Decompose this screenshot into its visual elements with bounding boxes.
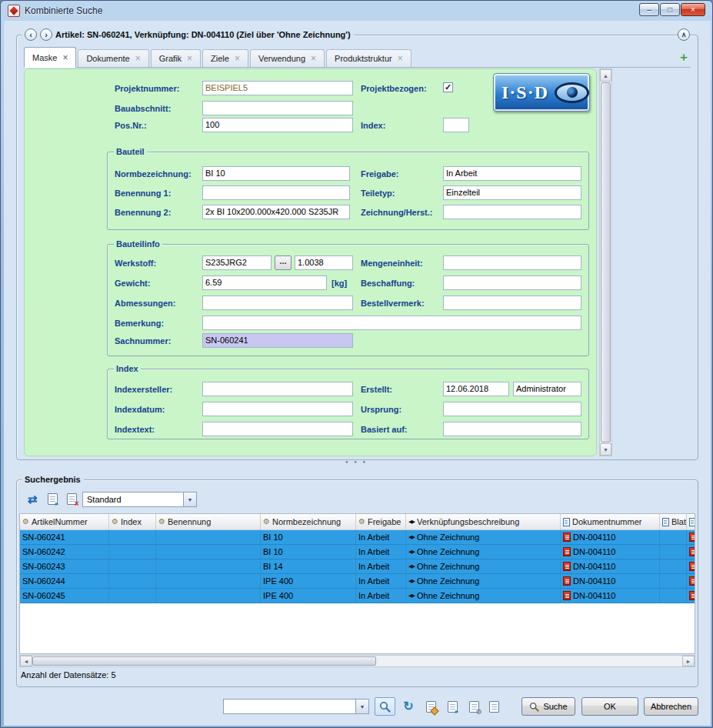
save-result-config-button[interactable]	[44, 490, 61, 507]
cell-blatt[interactable]	[660, 530, 687, 544]
column-header-dokumentnummer[interactable]: Dokumentnummer	[561, 514, 660, 529]
cell-normbezeichnung[interactable]: IPE 400	[261, 574, 356, 588]
indexdatum-field[interactable]	[202, 402, 353, 416]
cell-verknuepfung[interactable]: ◀▶Ohne Zeichnung	[406, 589, 561, 603]
column-header-blatt[interactable]: Blatt	[660, 514, 687, 529]
edit-mask-button[interactable]	[421, 698, 440, 715]
cell-verknuepfung[interactable]: ◀▶Ohne Zeichnung	[406, 530, 561, 544]
load-mask-button[interactable]	[443, 698, 461, 715]
cell-index[interactable]	[109, 574, 156, 588]
delete-result-config-button[interactable]	[63, 490, 80, 507]
cell-normbezeichnung[interactable]: IPE 400	[261, 589, 356, 603]
tab-close-icon[interactable]: ×	[311, 54, 316, 63]
cell-verknuepfung[interactable]: ◀▶Ohne Zeichnung	[406, 559, 561, 573]
cell-artikelnummer[interactable]: SN-060243	[20, 559, 109, 573]
combo-dropdown-icon[interactable]: ▼	[184, 492, 197, 507]
scroll-left-button[interactable]: ◄	[20, 656, 32, 666]
close-button[interactable]: ×	[681, 3, 705, 16]
tab-dokumente[interactable]: Dokumente ×	[78, 49, 148, 67]
minimize-button[interactable]: –	[639, 3, 659, 16]
cell-blatt[interactable]	[660, 589, 687, 603]
cell-artikelnummer[interactable]: SN-060244	[20, 574, 109, 588]
cell-partial[interactable]	[687, 530, 695, 544]
cell-partial[interactable]	[687, 545, 695, 559]
nav-next-button[interactable]: ›	[40, 28, 52, 41]
mask-settings-button[interactable]	[465, 698, 483, 715]
cell-benennung[interactable]	[156, 574, 261, 588]
refresh-button[interactable]: ↻	[399, 698, 418, 715]
cell-freigabe[interactable]: In Arbeit	[356, 589, 406, 603]
abbrechen-button[interactable]: Abbrechen	[644, 697, 698, 716]
mengeneinheit-field[interactable]	[443, 255, 581, 270]
tab-verwendung[interactable]: Verwendung ×	[250, 49, 325, 67]
beschaffung-field[interactable]	[443, 276, 581, 290]
table-row[interactable]: SN-060244 IPE 400 In Arbeit ◀▶Ohne Zeich…	[20, 574, 695, 589]
cell-artikelnummer[interactable]: SN-060245	[20, 589, 109, 603]
hscrollbar-thumb[interactable]	[32, 656, 376, 666]
normbezeichnung-field[interactable]: BI 10	[202, 166, 350, 181]
tab-produktstruktur[interactable]: Produktstruktur ×	[326, 49, 411, 67]
tab-close-icon[interactable]: ×	[187, 54, 192, 63]
bauabschnitt-field[interactable]	[202, 101, 353, 115]
cell-dokumentnummer[interactable]: DN-004110	[561, 545, 660, 559]
maximize-button[interactable]: □	[660, 3, 680, 16]
tab-ziele[interactable]: Ziele ×	[202, 49, 248, 67]
cell-dokumentnummer[interactable]: DN-004110	[561, 559, 660, 573]
erstellt-datum-field[interactable]: 12.06.2018	[443, 382, 509, 396]
tab-close-icon[interactable]: ×	[235, 54, 240, 63]
cell-benennung[interactable]	[156, 559, 261, 573]
table-row[interactable]: SN-060241 BI 10 In Arbeit ◀▶Ohne Zeichnu…	[20, 530, 695, 545]
scrollbar-thumb[interactable]	[601, 82, 611, 442]
sachnummer-field[interactable]: SN-060241	[202, 333, 353, 348]
werkstoff-nummer-field[interactable]: 1.0038	[295, 255, 353, 270]
cell-dokumentnummer[interactable]: DN-004110	[561, 530, 660, 544]
nav-previous-button[interactable]: ‹	[25, 28, 37, 41]
ursprung-field[interactable]	[443, 402, 581, 416]
cell-verknuepfung[interactable]: ◀▶Ohne Zeichnung	[406, 574, 561, 588]
benennung1-field[interactable]	[202, 185, 350, 200]
suche-button[interactable]: Suche	[521, 697, 575, 716]
basiert-auf-field[interactable]	[443, 422, 581, 436]
splitter-handle[interactable]: ● ● ●	[1, 459, 712, 464]
form-scrollbar[interactable]: ▲ ▼	[599, 68, 612, 456]
cell-index[interactable]	[109, 530, 156, 544]
werkstoff-browse-button[interactable]: ...	[275, 255, 292, 270]
bemerkung-field[interactable]	[202, 316, 581, 330]
cell-partial[interactable]	[687, 574, 695, 588]
cell-freigabe[interactable]: In Arbeit	[356, 559, 406, 573]
cell-benennung[interactable]	[156, 530, 261, 544]
result-preset-combobox[interactable]: Standard ▼	[82, 492, 197, 507]
cell-benennung[interactable]	[156, 545, 261, 559]
scroll-up-button[interactable]: ▲	[600, 69, 611, 82]
search-options-button[interactable]	[375, 697, 395, 716]
werkstoff-field[interactable]: S235JRG2	[202, 255, 272, 270]
cell-artikelnummer[interactable]: SN-060241	[20, 530, 109, 544]
tab-grafik[interactable]: Grafik ×	[151, 49, 201, 67]
cell-index[interactable]	[109, 589, 156, 603]
saved-search-combobox[interactable]: ▼	[223, 699, 369, 714]
tab-close-icon[interactable]: ×	[135, 54, 141, 63]
cell-partial[interactable]	[687, 589, 695, 603]
column-header-benennung[interactable]: ⚙Benennung	[156, 514, 261, 529]
cell-dokumentnummer[interactable]: DN-004110	[561, 589, 660, 603]
cell-blatt[interactable]	[660, 574, 687, 588]
teiletyp-field[interactable]: Einzelteil	[443, 185, 581, 200]
bestellvermerk-field[interactable]	[443, 296, 581, 310]
cell-normbezeichnung[interactable]: BI 10	[261, 545, 356, 559]
apply-search-button[interactable]: ⇄	[24, 490, 41, 507]
cell-dokumentnummer[interactable]: DN-004110	[561, 574, 660, 588]
cell-verknuepfung[interactable]: ◀▶Ohne Zeichnung	[406, 545, 561, 559]
cell-normbezeichnung[interactable]: BI 14	[261, 559, 356, 573]
benennung2-field[interactable]: 2x BI 10x200.000x420.000 S235JR	[202, 205, 350, 219]
copy-mask-button[interactable]	[485, 698, 503, 715]
indexersteller-field[interactable]	[202, 382, 353, 396]
ok-button[interactable]: OK	[581, 697, 638, 716]
cell-normbezeichnung[interactable]: BI 10	[261, 530, 356, 544]
gewicht-field[interactable]: 6.59	[202, 276, 327, 290]
table-row[interactable]: SN-060245 IPE 400 In Arbeit ◀▶Ohne Zeich…	[20, 589, 695, 603]
indextext-field[interactable]	[202, 422, 353, 436]
column-header-freigabe[interactable]: ⚙Freigabe	[356, 514, 406, 529]
tab-maske[interactable]: Maske ×	[24, 47, 76, 68]
column-header-artikelnummer[interactable]: ⚙ArtikelNummer	[20, 514, 109, 529]
titlebar[interactable]: Kombinierte Suche	[1, 1, 712, 21]
